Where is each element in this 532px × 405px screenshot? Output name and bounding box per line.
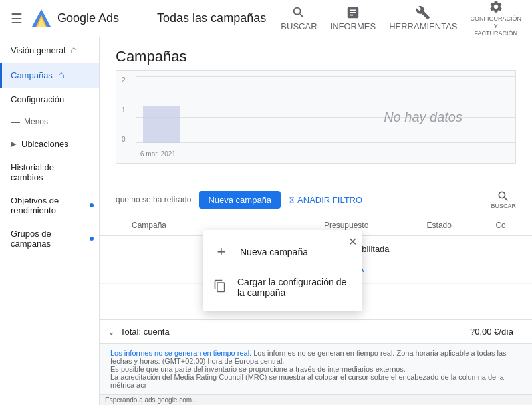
sidebar-item-campanas[interactable]: Campañas ⌂ (0, 63, 99, 88)
home-icon: ⌂ (58, 69, 65, 81)
search-icon (497, 190, 510, 203)
expand-icon: ▶ (11, 140, 16, 148)
chart-x-label: 6 mar. 2021 (140, 150, 176, 158)
dropdown-menu: ✕ + Nueva campaña Cargar la configuració… (203, 230, 362, 311)
reports-action[interactable]: INFORMES (331, 5, 376, 31)
sidebar-label: Ubicaciones (21, 139, 68, 149)
sidebar-item-objetivos[interactable]: Objetivos de rendimiento (0, 189, 99, 222)
y-label-2: 2 (122, 76, 126, 84)
search-label: BUSCAR (491, 203, 516, 209)
col-estado: Estado (419, 215, 488, 236)
content-area: Campañas 2 1 0 6 mar. 2021 No ha (100, 37, 532, 405)
topbar: ☰ Google Ads Todas las campañas BUSCAR I… (0, 0, 532, 37)
footer-total-label: Total: cuenta (120, 327, 467, 337)
dropdown-item-label: Cargar la configuración de la campaña (237, 277, 352, 298)
dropdown-item-cargar[interactable]: Cargar la configuración de la campaña (203, 269, 362, 306)
notification-dot (90, 237, 94, 241)
sidebar-label: Historial de cambios (11, 162, 88, 182)
footer-amount: 0,00 €/día (475, 327, 524, 337)
copy-icon (213, 279, 227, 296)
add-filter-button[interactable]: ⧖ AÑADIR FILTRO (289, 194, 362, 205)
info-link[interactable]: Los informes no se generan en tiempo rea… (110, 349, 251, 357)
dropdown-close-button[interactable]: ✕ (348, 235, 357, 248)
topbar-left: ☰ Google Ads Todas las campañas (11, 8, 281, 29)
config-action[interactable]: CONFIGURACIÓNYFACTURACIÓN (471, 0, 522, 37)
footer-row: ⌄ Total: cuenta ? 0,00 €/día (100, 319, 532, 343)
search-label: BUSCAR (281, 21, 317, 31)
chart-area: 2 1 0 6 mar. 2021 No hay datos (100, 70, 532, 184)
grid-line-bot (136, 142, 515, 143)
info-line-3: La acreditación del Media Rating Council… (110, 373, 521, 389)
dropdown-item-nueva-campana[interactable]: + Nueva campaña (203, 235, 362, 269)
sidebar-item-configuracion[interactable]: Configuración (0, 88, 99, 111)
tools-action[interactable]: HERRAMIENTAS (389, 5, 457, 31)
home-icon: ⌂ (70, 44, 77, 56)
section-label: Menos (24, 117, 48, 126)
notification-dot (90, 203, 94, 207)
status-text: Esperando a ads.google.com... (105, 396, 197, 404)
topbar-divider (138, 8, 138, 29)
sidebar-item-ubicaciones[interactable]: ▶ Ubicaciones (0, 132, 99, 156)
col-other: Co (487, 215, 532, 236)
dropdown-item-label: Nueva campaña (240, 247, 308, 257)
minus-icon: — (11, 116, 20, 127)
sidebar-label: Visión general (11, 45, 65, 55)
footer-help-icon[interactable]: ? (470, 327, 475, 337)
filter-icon: ⧖ (289, 194, 295, 205)
tools-label: HERRAMIENTAS (389, 21, 457, 31)
bottom-info: Los informes no se generan en tiempo rea… (100, 343, 532, 394)
sidebar-label: Campañas (11, 70, 53, 80)
menu-icon[interactable]: ☰ (11, 11, 23, 27)
reports-label: INFORMES (331, 21, 376, 31)
sidebar-label: Grupos de campañas (11, 229, 88, 249)
new-campaign-button[interactable]: Nueva campaña (199, 191, 281, 209)
search-action[interactable]: BUSCAR (281, 5, 317, 31)
sidebar-section-menos[interactable]: — Menos (0, 111, 99, 132)
no-data-text: No hay datos (384, 110, 462, 125)
page-title: Campañas (116, 48, 516, 65)
y-label-0: 0 (122, 136, 126, 143)
sidebar-item-historial[interactable]: Historial de cambios (0, 156, 99, 189)
logo: Google Ads (31, 8, 119, 29)
info-line-2: Es posible que una parte del inventario … (110, 365, 521, 373)
info-line-1: Los informes no se generan en tiempo rea… (110, 349, 521, 365)
dropdown-overlay: ✕ + Nueva campaña Cargar la configuració… (203, 230, 362, 311)
toolbar-search-button[interactable]: BUSCAR (491, 190, 516, 209)
filter-prefix: que no se ha retirado (116, 195, 191, 204)
footer-chevron[interactable]: ⌄ (108, 327, 115, 337)
add-filter-label: AÑADIR FILTRO (297, 195, 362, 205)
y-label-1: 1 (122, 106, 126, 114)
app-name: Google Ads (57, 11, 119, 25)
plus-icon: + (213, 243, 229, 261)
chart-bar (143, 106, 180, 143)
grid-line-top (136, 76, 515, 77)
status-bar: Esperando a ads.google.com... (100, 394, 532, 405)
chart-y-labels: 2 1 0 (122, 76, 126, 143)
sidebar: Visión general ⌂ Campañas ⌂ Configuració… (0, 37, 100, 405)
content-header: Campañas (100, 37, 532, 70)
sidebar-label: Configuración (11, 94, 64, 104)
sidebar-label: Objetivos de rendimiento (11, 196, 88, 215)
main-layout: Visión general ⌂ Campañas ⌂ Configuració… (0, 37, 532, 405)
sidebar-item-grupos[interactable]: Grupos de campañas (0, 222, 99, 255)
chart-inner: 2 1 0 6 mar. 2021 No hay datos (116, 70, 516, 164)
sidebar-item-vision-general[interactable]: Visión general ⌂ (0, 37, 99, 63)
toolbar: que no se ha retirado Nueva campaña ⧖ AÑ… (100, 184, 532, 215)
topbar-page-title: Todas las campañas (157, 11, 266, 25)
logo-icon (31, 8, 52, 29)
config-label: CONFIGURACIÓNYFACTURACIÓN (471, 15, 522, 37)
topbar-right: BUSCAR INFORMES HERRAMIENTAS CONFIGURACI… (281, 0, 521, 37)
